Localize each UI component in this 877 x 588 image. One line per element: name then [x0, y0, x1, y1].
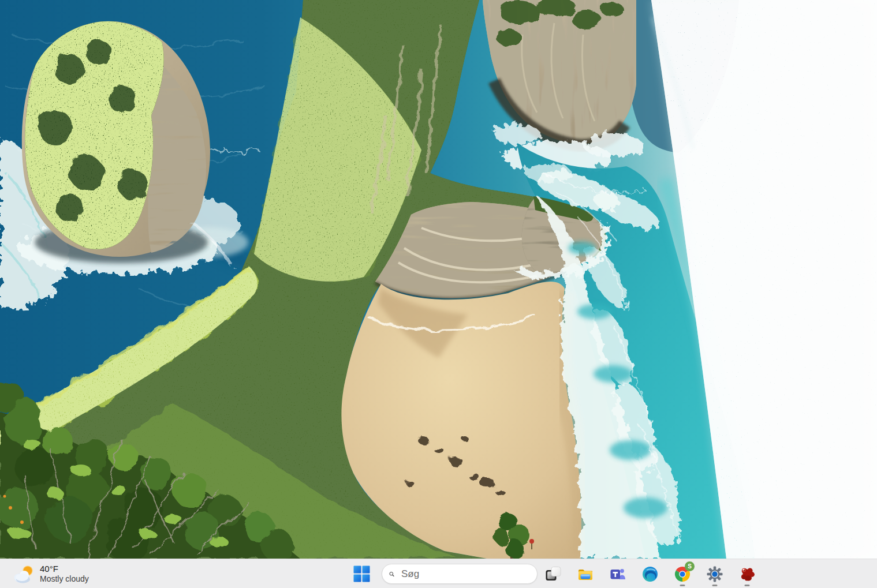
taskbar: 40°F Mostly cloudy — [0, 559, 877, 588]
windows-logo-icon — [353, 565, 370, 582]
weather-condition: Mostly cloudy — [40, 574, 89, 584]
file-explorer-icon — [577, 565, 594, 583]
task-view-button[interactable] — [540, 561, 566, 587]
taskbar-icons: S — [540, 561, 760, 587]
weather-widget[interactable]: 40°F Mostly cloudy — [8, 559, 94, 588]
google-chrome-button[interactable]: S — [670, 561, 695, 587]
running-indicator — [745, 585, 750, 586]
microsoft-teams-icon — [609, 565, 626, 583]
running-indicator — [680, 585, 685, 586]
taskbar-center: S — [349, 559, 760, 588]
microsoft-edge-button[interactable] — [637, 561, 663, 587]
red-splat-app-icon — [738, 565, 756, 583]
sun-behind-cloud-icon — [13, 564, 35, 584]
search-input[interactable] — [400, 568, 530, 580]
search-icon — [389, 569, 394, 579]
search-box[interactable] — [382, 564, 538, 584]
start-button[interactable] — [349, 561, 374, 587]
microsoft-edge-icon — [641, 565, 659, 583]
microsoft-teams-button[interactable] — [605, 561, 630, 587]
weather-temperature: 40°F — [40, 564, 89, 574]
red-splat-app-button[interactable] — [734, 561, 760, 587]
settings-button[interactable] — [702, 561, 727, 587]
wallpaper-beach-cove — [0, 0, 877, 559]
settings-gear-icon — [706, 565, 723, 583]
chrome-profile-badge: S — [685, 561, 695, 571]
file-explorer-button[interactable] — [573, 561, 598, 587]
desktop[interactable]: 40°F Mostly cloudy — [0, 0, 877, 588]
running-indicator — [712, 585, 718, 586]
task-view-icon — [544, 565, 562, 583]
